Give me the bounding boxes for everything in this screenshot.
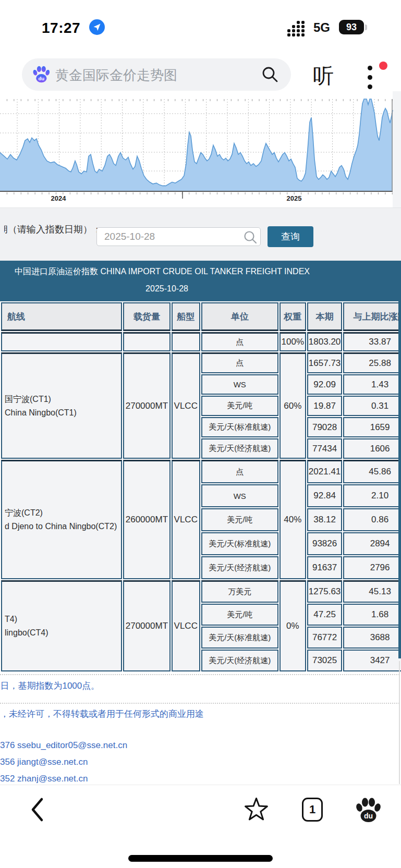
date-query-panel: 期（请输入指数日期）： 查询 [0,207,401,261]
table-title-bar: 中国进口原油运价指数 CHINA IMPORT CRUDE OIL TANKER… [0,261,401,301]
status-bar: 17:27 5G 93 [0,16,401,42]
cellular-signal-icon [287,22,305,36]
search-query-text[interactable]: 黄金国际金价走势图 [55,66,177,84]
table-cell: 1275.63 [307,580,342,603]
route-cell: 国宁波(CT1)China Ningbo(CT1) [1,352,122,459]
table-cell: 47.25 [307,604,342,626]
table-title: 中国进口原油运价指数 CHINA IMPORT CRUDE OIL TANKER… [15,266,310,277]
tabs-button[interactable]: 1 [302,798,323,822]
column-header: 船型 [172,302,200,331]
table-cell: 92.84 [307,484,342,507]
table-row: T4)lingbo(CT4)270000MTVLCC万美元0%1275.6345… [1,580,401,603]
table-cell: 点 [201,332,278,351]
table-cell: 美元/天(经济航速) [201,438,278,459]
cargo-cell: 270000MT [123,580,170,671]
divider [0,703,399,704]
table-cell: 93826 [307,532,342,555]
divider [0,674,399,675]
weight-cell: 60% [280,352,306,459]
column-header: 权重 [280,302,306,331]
table-row: 点100%1803.2033.87 [1,332,401,351]
table-cell: 美元/天(标准航速) [201,532,278,555]
table-cell: 25.88 [343,352,401,373]
table-cell: WS [201,374,278,395]
table-right-edge [398,263,401,658]
table-cell: 33.87 [343,332,401,351]
table-cell: 38.12 [307,508,342,531]
table-cell: 76772 [307,627,342,649]
cargo-cell [123,332,170,351]
area-chart-canvas: 20242025 [0,91,401,207]
date-input[interactable] [96,227,261,246]
table-cell: 19.87 [307,396,342,416]
weight-cell: 100% [280,332,306,351]
table-cell: 点 [201,460,278,483]
favorite-star-button[interactable] [242,796,270,823]
ship-type-cell [172,332,200,351]
table-cell: 美元/天(经济航速) [201,650,278,671]
table-cell: 91637 [307,556,342,579]
table-cell: 美元/吨 [201,396,278,416]
table-cell: 美元/天(标准航速) [201,627,278,649]
clipped-char: 期 [4,223,8,236]
table-cell: 1.43 [343,374,401,395]
weight-cell: 0% [280,580,306,671]
table-cell: 3427 [343,650,401,671]
freight-table: 航线载货量船型单位权重本期与上期比涨跌 点100%1803.2033.87国宁波… [0,301,401,673]
table-cell: 1659 [343,417,401,437]
status-time: 17:27 [42,20,80,36]
contact-email[interactable]: 376 ssebu_editor05@sse.net.cn [0,740,127,751]
ship-type-cell: VLCC [172,580,200,671]
table-cell: 77434 [307,438,342,459]
date-input-label: 期（请输入指数日期）： [4,223,102,236]
column-header: 本期 [307,302,342,331]
date-input-search-icon[interactable] [244,230,257,244]
more-menu-icon[interactable] [367,66,373,90]
contact-email[interactable]: 356 jiangt@sse.net.cn [0,757,88,767]
x-axis-tick-label: 2025 [287,194,302,202]
table-cell: 73025 [307,650,342,671]
phone-screen: 17:27 5G 93 du 黄金国际金价走势图 [0,0,401,868]
home-indicator[interactable] [128,855,273,862]
table-cell: 美元/天(经济航速) [201,556,278,579]
table-row: 宁波(CT2)d Djeno to China Ningbo(CT2)26000… [1,460,401,483]
column-header: 与上期比涨跌 [343,302,401,331]
svg-text:du: du [39,76,45,81]
route-cell [1,332,122,351]
cargo-cell: 270000MT [123,352,170,459]
cargo-cell: 260000MT [123,460,170,579]
search-bar[interactable]: du 黄金国际金价走势图 [22,58,291,91]
route-cell: T4)lingbo(CT4) [1,580,122,671]
scrollbar[interactable] [399,661,400,784]
search-icon[interactable] [262,66,278,83]
table-cell: 2.10 [343,484,401,507]
table-cell: 2894 [343,532,401,555]
table-cell: 1606 [343,438,401,459]
table-cell: WS [201,484,278,507]
column-header: 单位 [201,302,278,331]
table-cell: 79028 [307,417,342,437]
table-cell: 2021.41 [307,460,342,483]
table-cell: 1.68 [343,604,401,626]
contact-email[interactable]: 352 zhanj@sse.net.cn [0,774,88,784]
table-header-row: 航线载货量船型单位权重本期与上期比涨跌 [1,302,401,331]
battery-icon: 93 [339,20,364,34]
table-cell: 点 [201,352,278,373]
table-cell: 45.86 [343,460,401,483]
table-date: 2025-10-28 [0,284,334,294]
table-cell: 0.86 [343,508,401,531]
ship-type-cell: VLCC [172,352,200,459]
listen-button[interactable]: 听 [313,64,334,88]
location-services-icon [89,19,105,35]
route-cell: 宁波(CT2)d Djeno to China Ningbo(CT2) [1,460,122,579]
column-header: 航线 [1,302,122,331]
table-cell: 45.13 [343,580,401,603]
svg-text:du: du [364,812,373,820]
battery-nub [365,25,367,30]
query-button[interactable]: 查询 [268,226,313,247]
copyright-note: ，未经许可，不得转载或者用于任何形式的商业用途 [0,708,204,720]
table-cell: 美元/吨 [201,508,278,531]
notification-badge [379,62,387,70]
baidu-home-button[interactable]: du [354,796,383,823]
back-button[interactable] [29,796,45,823]
